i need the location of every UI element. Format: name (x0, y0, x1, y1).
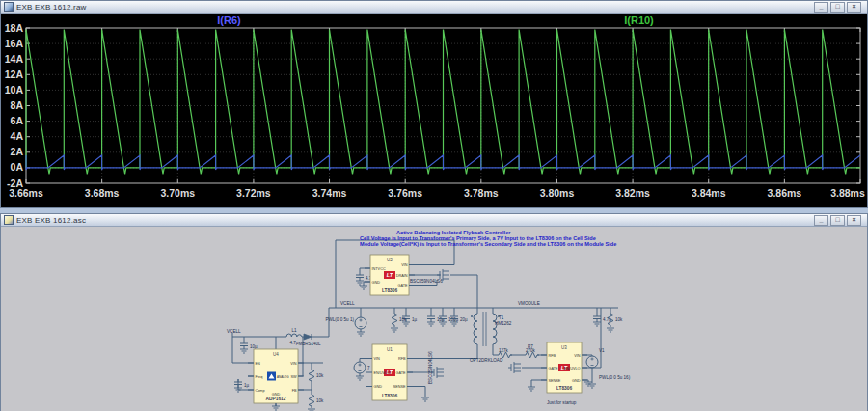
wire[interactable] (360, 268, 370, 272)
waveform-titlebar[interactable]: EXB EXB 1612.raw _ □ × (1, 1, 867, 14)
restore-button[interactable]: □ (830, 2, 845, 13)
ic-pin-label: FB (292, 389, 297, 393)
schematic-window-controls: _ □ × (814, 215, 861, 226)
schematic-titlebar[interactable]: EXB EXB 1612.asc _ □ × (1, 214, 867, 227)
component-value: 1µ (244, 383, 250, 388)
x-axis-label: 3.68ms (85, 187, 120, 199)
legend-I(R10)[interactable]: I(R10) (624, 14, 654, 26)
x-axis-label: 3.76ms (388, 187, 422, 199)
ic-pin-label: EN/UVLO (374, 371, 391, 375)
ic-ref: U3 (561, 345, 567, 350)
restore-button[interactable]: □ (830, 215, 845, 226)
ic-pin-label: SW (290, 375, 297, 379)
component-src[interactable]: 7 (354, 362, 370, 373)
ic-lt8306-u1[interactable]: U1LT8306LTVINEN/UVLOGNDRFBGATESENSE (366, 344, 413, 400)
waveform-plot-area[interactable]: 18A16A14A12A10A8A6A4A2A0A-2A3.66ms3.68ms… (1, 14, 867, 207)
component-cap[interactable]: 10µ (240, 341, 258, 349)
net-label: BSC059N04LS6 (428, 351, 433, 384)
x-axis-label: 3.82ms (615, 187, 650, 199)
wire[interactable] (407, 387, 425, 397)
component-value: 1µ (412, 317, 418, 322)
ic-pin-label: SENSE (393, 385, 406, 389)
ground-symbol (402, 322, 410, 326)
ic-part-number: ADP1612 (266, 397, 286, 401)
component-res-h[interactable]: 127k (497, 348, 512, 358)
wire[interactable] (315, 308, 329, 337)
legend-I(R6)[interactable]: I(R6) (217, 14, 241, 26)
lt-logo-text: LT (387, 272, 393, 278)
component-value: MBRS140L (298, 342, 321, 346)
x-axis-label: 3.78ms (464, 187, 499, 199)
component-res-v[interactable]: 10k (608, 312, 623, 327)
x-axis-label: 3.80ms (540, 187, 575, 199)
y-axis-label: 2A (11, 146, 24, 157)
component-src[interactable] (586, 356, 598, 368)
ground-symbol (593, 322, 601, 326)
y-axis-label: 8A (11, 99, 24, 111)
ground-symbol (356, 281, 364, 285)
component-cap[interactable]: 4.7µ (593, 314, 611, 322)
component-xfmr[interactable] (471, 312, 500, 346)
component-res-h[interactable]: 270k (524, 348, 539, 358)
component-cap[interactable]: 1µ (234, 379, 250, 388)
component-value: 10k (399, 317, 407, 322)
ic-pin-label: GND (572, 379, 581, 383)
minimize-button[interactable]: _ (814, 215, 828, 226)
ic-pin-label: GND (374, 385, 383, 389)
ic-pin-label: VIN (374, 357, 381, 361)
ic-pin-label: DRAIN (396, 274, 408, 278)
schematic-window: EXB EXB 1612.asc _ □ × 4.7µ1µ10µ100µ20µ4… (0, 213, 868, 411)
ic-lt8306-u2[interactable]: U2LT8306LTINTVCCGNDVINDRAINGATE (365, 255, 415, 295)
wire[interactable] (407, 344, 477, 359)
net-label: VMODULE (518, 301, 540, 306)
schematic-canvas[interactable]: 4.7µ1µ10µ100µ20µ4.7µ10µ1µ10k10k10k10k127… (1, 227, 867, 411)
waveform-window-icon (4, 2, 14, 12)
ic-lt8306-u3[interactable]: U3LT8306LTRFBGATESENSEVINEN/UVLOGND (541, 342, 587, 393)
wire[interactable] (531, 380, 547, 387)
waveform-svg: 18A16A14A12A10A8A6A4A2A0A-2A3.66ms3.68ms… (1, 14, 867, 207)
y-axis-label: 14A (5, 53, 24, 65)
component-value: 100µ (448, 317, 459, 322)
x-axis-label: 3.72ms (236, 187, 271, 199)
ic-pin-label: GATE (397, 284, 408, 288)
ad-logo-text: ANALOG (277, 375, 289, 379)
component-value: 10k (615, 317, 623, 322)
wire[interactable] (232, 337, 254, 363)
ic-ref: U1 (387, 347, 393, 352)
component-res-v[interactable]: 10k (392, 312, 407, 327)
ic-pin-label: VIN (574, 354, 581, 358)
ic-adp1612-u4[interactable]: U4ADP1612ANALOGENFreqCompVINSWFBGND (248, 349, 304, 406)
component-res-v[interactable]: 10k (309, 368, 324, 383)
component-src[interactable] (355, 317, 366, 329)
component-cap[interactable]: 10µ (427, 314, 445, 322)
ground-symbol (528, 387, 535, 391)
minimize-button[interactable]: _ (814, 2, 828, 13)
component-res-v[interactable]: 10k (309, 393, 324, 408)
ic-pin-label: GND (372, 281, 381, 285)
y-axis-label: 16A (5, 38, 24, 49)
ic-pin-label: GATE (549, 367, 559, 370)
wire[interactable] (493, 344, 497, 355)
x-axis-label: 3.66ms (9, 187, 43, 199)
wire[interactable] (364, 282, 370, 286)
net-label: VCELL (227, 329, 241, 334)
ground-symbol (439, 322, 447, 326)
component-value: 10µ (437, 317, 445, 322)
screen: { "app": { "mdi_background": "#b2c4dc" }… (0, 0, 868, 411)
ic-part-number: LT8306 (556, 386, 573, 391)
net-label: Just for startup (547, 400, 577, 405)
close-button[interactable]: × (847, 2, 861, 13)
wire[interactable] (360, 359, 372, 363)
component-ref: L1 (291, 328, 297, 333)
component-value: 4.7µ (290, 341, 299, 345)
net-label: OPT2DRKLOAD (470, 358, 503, 363)
ground-symbol (357, 332, 365, 336)
net-label: PWL(0 0 5u 16) (599, 375, 631, 380)
component-mosfet[interactable] (508, 362, 521, 373)
ic-ref: U4 (273, 352, 279, 357)
ic-pin-label: VIN (290, 362, 297, 366)
component-value: 127k (499, 348, 509, 353)
ground-symbol (421, 397, 429, 401)
y-axis-label: 6A (11, 115, 24, 126)
close-button[interactable]: × (847, 215, 861, 226)
